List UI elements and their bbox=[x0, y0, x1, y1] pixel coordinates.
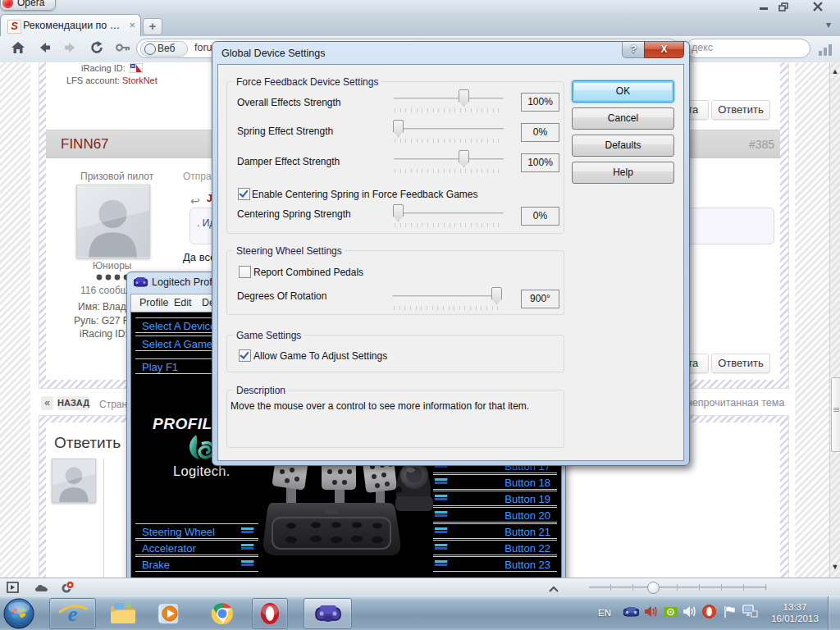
centering-strength-label: Centering Spring Strength bbox=[237, 208, 351, 220]
tab-active[interactable]: S Рекомендации по нас... × bbox=[0, 14, 141, 37]
taskbar-explorer-icon[interactable] bbox=[107, 600, 139, 627]
tray-language[interactable]: EN bbox=[598, 607, 611, 619]
lfs-account-link[interactable]: StorkNet bbox=[122, 75, 158, 85]
row-button-19[interactable]: Button 19 bbox=[433, 491, 557, 506]
spring-strength-thumb[interactable] bbox=[393, 120, 404, 137]
new-tab-button[interactable]: + bbox=[143, 18, 162, 35]
row-button-22[interactable]: Button 22 bbox=[433, 540, 557, 555]
window-close-button[interactable] bbox=[808, 2, 828, 11]
dialog-title: Global Device Settings bbox=[221, 48, 325, 59]
allow-game-checkbox[interactable] bbox=[239, 349, 251, 362]
pagination-back-button[interactable]: НАЗАД bbox=[57, 396, 89, 410]
assign-icon bbox=[435, 527, 447, 534]
opera-menu-button[interactable]: Opera bbox=[0, 0, 56, 11]
centering-strength-ticks bbox=[395, 223, 504, 227]
address-badge[interactable]: Веб bbox=[140, 41, 188, 57]
row-steering-wheel[interactable]: Steering Wheel bbox=[135, 523, 258, 539]
menu-profile[interactable]: Profile bbox=[139, 297, 168, 308]
window-restore-button[interactable] bbox=[775, 2, 793, 11]
damper-strength-value: 100% bbox=[521, 153, 559, 172]
spring-strength-track[interactable] bbox=[394, 128, 504, 130]
combined-pedals-label: Report Combined Pedals bbox=[253, 267, 363, 278]
row-brake[interactable]: Brake bbox=[135, 556, 258, 572]
damper-strength-ticks bbox=[395, 169, 504, 173]
cancel-button[interactable]: Cancel bbox=[572, 107, 674, 130]
turbo-cloud-icon[interactable] bbox=[34, 582, 48, 592]
tray-action-center-icon[interactable] bbox=[723, 605, 737, 618]
key-icon[interactable] bbox=[115, 41, 131, 57]
home-icon[interactable] bbox=[10, 39, 26, 56]
member-avatar bbox=[76, 185, 150, 258]
row-button-20[interactable]: Button 20 bbox=[433, 507, 557, 523]
start-button[interactable] bbox=[3, 598, 34, 629]
assign-icon bbox=[241, 527, 253, 534]
taskbar-wmp-icon[interactable] bbox=[156, 600, 182, 627]
iracing-flag-icon bbox=[130, 63, 143, 73]
tray-opera-icon[interactable] bbox=[702, 605, 716, 619]
row-button-21[interactable]: Button 21 bbox=[433, 523, 557, 539]
dialog-close-button[interactable]: X bbox=[644, 42, 684, 58]
window-minimize-button[interactable] bbox=[755, 2, 773, 11]
taskbar-chrome-icon[interactable] bbox=[210, 601, 235, 626]
post-author[interactable]: FINN67 bbox=[61, 136, 109, 153]
row-button-18[interactable]: Button 18 bbox=[433, 474, 557, 490]
rotation-track[interactable] bbox=[392, 295, 499, 297]
forward-icon[interactable] bbox=[62, 39, 79, 56]
menu-edit[interactable]: Edit bbox=[174, 297, 192, 308]
damper-strength-track[interactable] bbox=[394, 158, 504, 160]
reload-icon[interactable] bbox=[89, 39, 105, 56]
tray-network-icon[interactable] bbox=[742, 605, 758, 618]
ok-button[interactable]: OK bbox=[572, 80, 674, 103]
tab-close-icon[interactable]: × bbox=[129, 19, 135, 31]
overall-strength-track[interactable] bbox=[394, 98, 504, 99]
overall-strength-thumb[interactable] bbox=[459, 89, 469, 107]
centering-spring-checkbox[interactable] bbox=[238, 188, 250, 200]
reply-button-top[interactable]: Ответить bbox=[711, 100, 770, 120]
tray-nvidia-icon[interactable] bbox=[664, 607, 678, 617]
tray-date: 16/01/2013 bbox=[763, 613, 827, 624]
centering-strength-thumb[interactable] bbox=[393, 204, 404, 221]
group-description: Description Move the mouse over a contro… bbox=[226, 390, 564, 448]
scrollbar-down-icon[interactable]: ▼ bbox=[831, 563, 839, 571]
defaults-button[interactable]: Defaults bbox=[572, 135, 674, 157]
pagination-first-button[interactable]: « bbox=[41, 396, 53, 410]
tray-clock[interactable]: 13:37 16/01/2013 bbox=[763, 601, 827, 626]
search-text: декс bbox=[692, 42, 713, 53]
reply-arrow-icon: ↪ bbox=[190, 194, 200, 208]
show-desktop-button[interactable] bbox=[828, 596, 840, 630]
row-accelerator[interactable]: Accelerator bbox=[135, 540, 258, 555]
rotation-label: Degrees Of Rotation bbox=[237, 290, 326, 302]
scrollbar-up-icon[interactable]: ▲ bbox=[831, 67, 839, 75]
help-button[interactable]: Help bbox=[572, 162, 674, 184]
tab-list-chevron-icon[interactable]: ▾ bbox=[822, 20, 835, 31]
rotation-thumb[interactable] bbox=[491, 287, 502, 304]
assign-icon bbox=[241, 544, 253, 550]
taskbar-profiler-button[interactable] bbox=[304, 598, 352, 629]
sync-icon[interactable] bbox=[61, 581, 75, 594]
combined-pedals-checkbox[interactable] bbox=[239, 266, 251, 278]
scrollbar-thumb[interactable] bbox=[831, 377, 840, 452]
back-icon[interactable] bbox=[36, 39, 52, 56]
bars-icon[interactable] bbox=[818, 43, 833, 56]
tray-speaker-icon[interactable] bbox=[682, 605, 697, 619]
search-field[interactable]: декс bbox=[686, 39, 810, 58]
rotation-ticks bbox=[394, 306, 500, 310]
centering-strength-track[interactable] bbox=[394, 212, 504, 214]
row-button-23[interactable]: Button 23 bbox=[433, 556, 557, 572]
taskbar-ie-button[interactable]: e bbox=[49, 598, 96, 629]
group-force-feedback: Force Feedback Device Settings Overall E… bbox=[226, 81, 564, 234]
statusbar-chevron-icon[interactable] bbox=[548, 584, 559, 591]
tray-volume-mixer-icon[interactable] bbox=[644, 605, 659, 619]
dialog-client-area: Force Feedback Device Settings Overall E… bbox=[217, 64, 684, 461]
post-number[interactable]: #385 bbox=[749, 138, 774, 151]
page-scrollbar[interactable]: ▲ ▼ bbox=[829, 62, 840, 578]
tab-title: Рекомендации по нас... bbox=[23, 20, 125, 31]
zoom-slider-thumb[interactable] bbox=[647, 582, 660, 594]
panels-toggle-icon[interactable] bbox=[7, 582, 19, 593]
tray-gamepad-icon[interactable] bbox=[623, 606, 639, 618]
reply-button-bottom[interactable]: Ответить bbox=[711, 354, 770, 373]
globe-icon bbox=[144, 43, 156, 55]
taskbar-opera-button[interactable] bbox=[252, 598, 288, 629]
damper-strength-thumb[interactable] bbox=[459, 150, 469, 167]
dialog-help-button[interactable]: ? bbox=[622, 42, 646, 58]
